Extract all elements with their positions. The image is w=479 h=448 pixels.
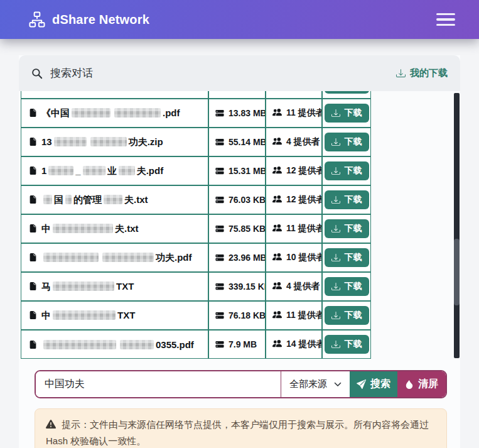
download-button[interactable]: 下载 (325, 133, 369, 151)
file-name-text: 业 (107, 165, 117, 176)
providers-cell: 12 提供者 (266, 185, 322, 214)
file-size-text: 75.85 KB (229, 224, 266, 234)
providers-cell: 4 提供者 (266, 272, 322, 301)
query-input[interactable] (36, 371, 281, 397)
providers-icon (272, 310, 282, 319)
clear-button[interactable]: 清屏 (397, 371, 446, 397)
download-icon (331, 253, 340, 262)
download-button-label: 下载 (345, 165, 362, 177)
my-downloads-link[interactable]: 我的下载 (396, 67, 448, 79)
action-cell: 下载 (322, 128, 371, 156)
file-name-text: 0355.pdf (156, 339, 194, 350)
action-cell: 下载 (322, 99, 371, 128)
providers-text: 10 提供者 (286, 252, 322, 262)
file-icon (29, 166, 37, 175)
file-name-cell: 国的管理夫.txt (21, 185, 208, 214)
scrollbar-track[interactable] (454, 93, 460, 358)
download-icon (331, 224, 340, 233)
download-icon (331, 340, 340, 349)
file-name-text: 功夫.pdf (156, 252, 192, 263)
download-button[interactable]: 下载 (325, 277, 369, 296)
censored-text (53, 310, 116, 320)
file-size-text: 13.83 MB (229, 108, 266, 118)
results-viewport: 下载《中国.pdf13.83 MB11 提供者下载13功夫.zip55.14 M… (19, 91, 460, 360)
storage-icon (215, 195, 224, 204)
global-search-input[interactable]: 搜索对话 (50, 66, 396, 80)
storage-icon (215, 340, 224, 349)
table-row: 1_业夫.pdf15.31 MB12 提供者下载 (21, 156, 371, 185)
hamburger-bar (436, 24, 455, 26)
file-size-text: 55.14 MB (229, 137, 266, 147)
file-name-cell: 中夫.txt (21, 214, 208, 243)
file-name-text: TXT (116, 281, 134, 292)
notice-text: 提示：文件由与来源信任网络节点提供，本客户端仅用于搜索与展示。所有内容将会通过 … (46, 419, 429, 446)
storage-icon (215, 282, 224, 291)
providers-icon (272, 107, 282, 117)
censored-text (119, 166, 135, 175)
action-cell: 下载 (322, 330, 371, 359)
download-button[interactable]: 下载 (325, 248, 369, 267)
download-button[interactable]: 下载 (325, 161, 369, 180)
table-row: 国的管理夫.txt76.03 KB12 提供者下载 (21, 185, 371, 214)
download-icon (331, 167, 340, 175)
download-button-label: 下载 (345, 194, 362, 205)
file-icon (29, 224, 37, 233)
file-icon (29, 195, 37, 204)
file-icon (29, 108, 37, 117)
storage-icon (215, 311, 224, 320)
providers-icon (272, 223, 282, 232)
app-header: dShare Network (0, 0, 479, 39)
app-title: dShare Network (52, 13, 149, 27)
file-name-text: TXT (117, 310, 135, 320)
file-name-text: 夫.txt (124, 194, 148, 205)
file-name-cell (21, 91, 208, 99)
results-table: 下载《中国.pdf13.83 MB11 提供者下载13功夫.zip55.14 M… (21, 91, 371, 359)
download-button[interactable]: 下载 (325, 190, 369, 209)
censored-text (114, 108, 161, 117)
providers-text: 4 提供者 (286, 281, 320, 291)
search-button[interactable]: 搜索 (350, 371, 397, 397)
download-button-label: 下载 (345, 252, 362, 263)
download-button[interactable]: 下载 (325, 306, 369, 325)
file-name-cell: 《中国.pdf (21, 99, 208, 128)
download-button[interactable]: 下载 (325, 104, 369, 123)
censored-text (102, 253, 154, 262)
table-row: 下载 (21, 91, 371, 99)
action-cell: 下载 (322, 243, 371, 272)
storage-icon (215, 138, 224, 146)
file-name-cell: 13功夫.zip (21, 128, 208, 156)
scrollbar-thumb[interactable] (454, 239, 460, 305)
providers-cell (266, 91, 322, 99)
file-size-text: 7.9 MB (229, 339, 257, 349)
search-icon (31, 68, 43, 79)
providers-icon (272, 165, 282, 175)
download-button[interactable]: 下载 (325, 219, 369, 238)
source-select[interactable]: 全部来源 (281, 371, 350, 397)
file-size-cell: 7.9 MB (208, 330, 266, 359)
download-button-label: 下载 (345, 281, 362, 292)
providers-text: 12 提供者 (286, 194, 322, 204)
download-button-label: 下载 (345, 223, 362, 234)
download-button[interactable]: 下载 (325, 91, 369, 94)
search-button-label: 搜索 (370, 378, 390, 391)
file-size-text: 76.18 KB (229, 310, 266, 320)
network-logo-icon (29, 11, 45, 28)
storage-icon (215, 253, 224, 262)
file-icon (29, 281, 37, 291)
table-row: 0355.pdf7.9 MB14 提供者下载 (21, 330, 371, 359)
download-button-label: 下载 (345, 339, 362, 350)
download-button-label: 下载 (345, 107, 362, 119)
file-size-cell: 76.03 KB (208, 185, 266, 214)
file-name-text: 的管理 (73, 194, 102, 205)
download-button[interactable]: 下载 (325, 335, 369, 354)
file-name-cell: 功夫.pdf (21, 243, 208, 272)
hamburger-menu-button[interactable] (436, 13, 455, 26)
table-row: 《中国.pdf13.83 MB11 提供者下载 (21, 99, 371, 128)
file-name-text: _ (75, 165, 80, 176)
main-card: 搜索对话 我的下载 下载《中国.pdf13.83 MB11 提供者下载13功夫.… (19, 55, 460, 448)
download-icon (331, 282, 340, 291)
action-cell: 下载 (322, 91, 371, 99)
providers-cell: 11 提供者 (266, 214, 322, 243)
download-icon (331, 109, 340, 117)
censored-text (65, 195, 72, 204)
